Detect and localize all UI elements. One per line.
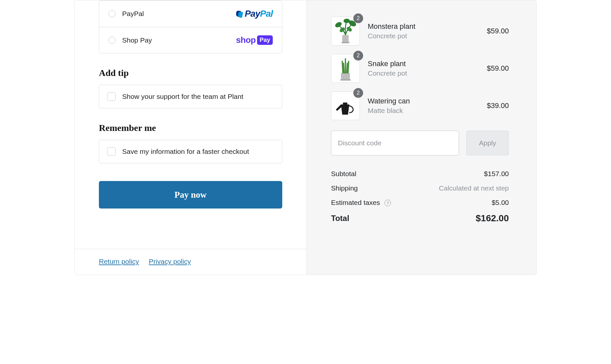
help-icon[interactable]: ? <box>384 200 391 206</box>
checkout-container: PayPal PayPal Shop Pay shopPay Add tip <box>74 0 537 275</box>
footer-links: Return policy Privacy policy <box>75 249 306 275</box>
item-price: $59.00 <box>487 27 509 35</box>
item-name: Watering can <box>368 97 479 105</box>
cart-item: 2 Monstera plant Concrete pot $59.00 <box>331 17 509 46</box>
quantity-badge: 2 <box>353 88 363 98</box>
total-value: $162.00 <box>476 213 509 224</box>
tip-checkbox-card[interactable]: Show your support for the team at Plant <box>99 85 282 108</box>
pay-now-button[interactable]: Pay now <box>99 181 282 209</box>
svg-point-4 <box>343 19 350 23</box>
svg-rect-0 <box>342 35 349 43</box>
payment-option-shoppay[interactable]: Shop Pay shopPay <box>99 27 282 53</box>
checkbox-icon <box>107 92 116 101</box>
item-variant: Matte black <box>368 107 479 115</box>
checkbox-icon <box>107 147 116 156</box>
subtotal-label: Subtotal <box>331 170 356 178</box>
taxes-value: $5.00 <box>491 199 509 207</box>
taxes-label: Estimated taxes <box>331 199 380 206</box>
radio-icon <box>108 37 116 44</box>
remember-checkbox-label: Save my information for a faster checkou… <box>122 148 249 155</box>
order-summary-column: 2 Monstera plant Concrete pot $59.00 2 <box>306 0 536 275</box>
item-price: $39.00 <box>487 101 509 110</box>
quantity-badge: 2 <box>353 13 363 23</box>
checkout-form-column: PayPal PayPal Shop Pay shopPay Add tip <box>75 0 306 275</box>
payment-option-paypal[interactable]: PayPal PayPal <box>99 1 282 27</box>
svg-rect-7 <box>341 73 350 80</box>
svg-rect-1 <box>342 42 349 43</box>
item-name: Monstera plant <box>368 22 479 31</box>
tip-checkbox-label: Show your support for the team at Plant <box>122 93 243 100</box>
shipping-value: Calculated at next step <box>439 184 509 192</box>
privacy-policy-link[interactable]: Privacy policy <box>149 258 191 265</box>
cart-item: 2 Watering can Matte black $39.00 <box>331 91 509 120</box>
subtotal-row: Subtotal $157.00 <box>331 170 509 178</box>
discount-code-input[interactable] <box>331 131 459 155</box>
shipping-label: Shipping <box>331 184 358 192</box>
total-label: Total <box>331 214 349 223</box>
payment-methods-group: PayPal PayPal Shop Pay shopPay <box>99 0 282 53</box>
remember-checkbox-card[interactable]: Save my information for a faster checkou… <box>99 140 282 163</box>
discount-row: Apply <box>331 131 509 155</box>
shipping-row: Shipping Calculated at next step <box>331 184 509 192</box>
taxes-row: Estimated taxes ? $5.00 <box>331 199 509 207</box>
shoppay-logo-icon: shopPay <box>236 35 273 45</box>
item-name: Snake plant <box>368 60 479 68</box>
payment-label: PayPal <box>122 10 230 18</box>
quantity-badge: 2 <box>353 51 363 61</box>
item-price: $59.00 <box>487 64 509 73</box>
paypal-logo-icon: PayPal <box>236 9 273 19</box>
remember-heading: Remember me <box>99 123 282 133</box>
tip-heading: Add tip <box>99 68 282 78</box>
cart-item: 2 Snake plant Concrete pot $59.00 <box>331 54 509 83</box>
svg-rect-9 <box>343 102 347 104</box>
item-variant: Concrete pot <box>368 69 479 77</box>
return-policy-link[interactable]: Return policy <box>99 258 139 265</box>
total-row: Total $162.00 <box>331 213 509 224</box>
payment-label: Shop Pay <box>122 36 230 44</box>
item-variant: Concrete pot <box>368 32 479 40</box>
subtotal-value: $157.00 <box>484 170 509 178</box>
apply-discount-button[interactable]: Apply <box>466 131 509 155</box>
radio-icon <box>108 10 116 17</box>
svg-rect-8 <box>340 79 350 81</box>
